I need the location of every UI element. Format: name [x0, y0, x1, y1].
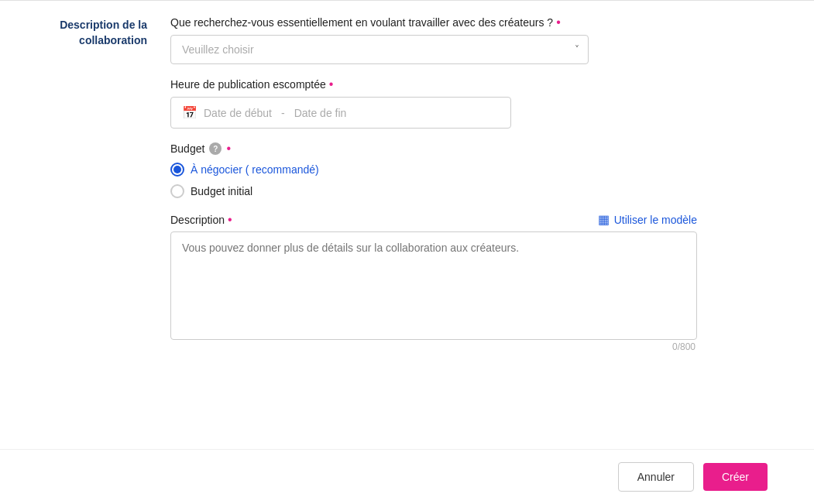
budget-section: Budget ? • À négocier ( recommandé) Budg… [170, 142, 697, 198]
description-header: Description • ▦ Utiliser le modèle [170, 212, 697, 227]
date-required-dot: • [329, 78, 334, 91]
description-label: Description • [170, 214, 232, 226]
question-field-group: Que recherchez-vous essentiellement en v… [170, 16, 697, 64]
date-end-placeholder: Date de fin [294, 107, 347, 119]
date-start-placeholder: Date de début [204, 107, 272, 119]
footer-bar: Annuler Créer [0, 449, 814, 504]
question-label: Que recherchez-vous essentiellement en v… [170, 16, 697, 29]
date-field-group: Heure de publication escomptée • 📅 Date … [170, 78, 697, 129]
question-required-dot: • [556, 16, 561, 29]
question-select[interactable]: Veuillez choisir [170, 35, 589, 64]
radio-label-initial: Budget initial [191, 185, 252, 197]
date-label: Heure de publication escomptée • [170, 78, 697, 91]
radio-label-negotiate: À négocier ( recommandé) [191, 163, 319, 176]
use-template-button[interactable]: ▦ Utiliser le modèle [598, 212, 697, 227]
radio-inner-negotiate [173, 166, 181, 173]
create-button[interactable]: Créer [703, 463, 768, 491]
template-icon: ▦ [598, 212, 610, 227]
budget-label: Budget [170, 142, 204, 155]
radio-option-negotiate[interactable]: À négocier ( recommandé) [170, 163, 697, 177]
budget-required-dot: • [226, 142, 231, 155]
radio-input-negotiate[interactable] [170, 163, 184, 177]
cancel-button[interactable]: Annuler [618, 462, 694, 492]
date-range-input[interactable]: 📅 Date de début - Date de fin [170, 97, 511, 129]
description-section: Description • ▦ Utiliser le modèle 0/800 [170, 212, 697, 352]
question-select-wrapper[interactable]: Veuillez choisir ˅ [170, 35, 589, 64]
budget-label-row: Budget ? • [170, 142, 697, 155]
calendar-icon: 📅 [182, 105, 197, 120]
radio-input-initial[interactable] [170, 184, 184, 198]
help-icon[interactable]: ? [209, 142, 222, 155]
description-required-dot: • [228, 214, 232, 226]
char-count: 0/800 [170, 341, 697, 352]
description-textarea[interactable] [170, 231, 697, 340]
section-label: Description de la collaboration [46, 16, 170, 449]
date-separator: - [278, 107, 288, 119]
radio-option-initial[interactable]: Budget initial [170, 184, 697, 198]
